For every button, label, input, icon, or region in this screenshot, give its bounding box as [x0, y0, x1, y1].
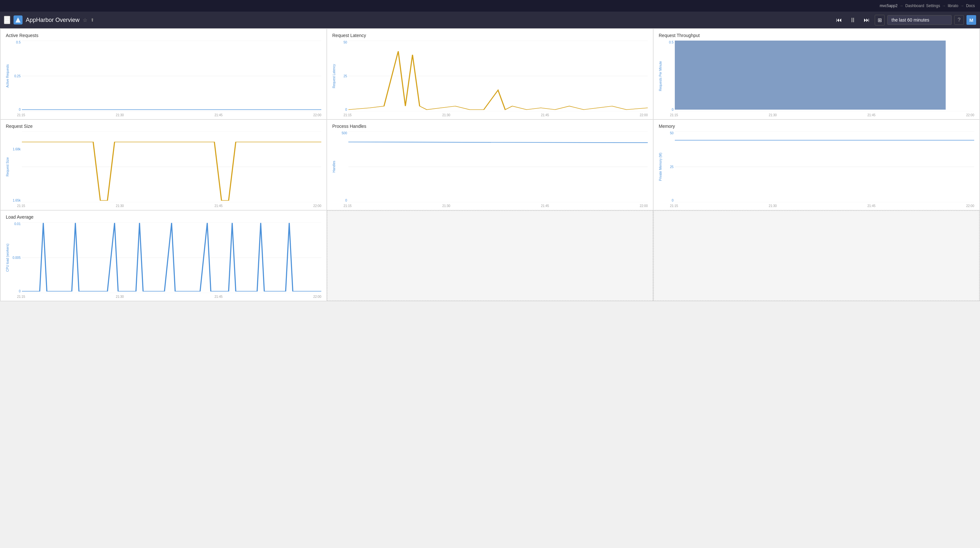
- active-requests-y-ticks: 0.5 0.25 0: [11, 41, 22, 112]
- active-requests-chart: 0.5 0.25 0 21:15 21:30 21:45 22:00: [11, 41, 321, 112]
- empty-panel-2: [327, 210, 653, 301]
- memory-title: Memory: [659, 124, 974, 129]
- memory-y-ticks: 50 25 0: [663, 131, 675, 202]
- request-size-title: Request Size: [6, 124, 321, 129]
- star-icon[interactable]: ☆: [83, 17, 87, 23]
- hamburger-button[interactable]: ☰: [4, 16, 10, 24]
- active-requests-panel: Active Requests Active Requests 0.5 0.25…: [1, 29, 326, 119]
- top-nav: mvc5app2 → Dashboard Settings → librato …: [0, 0, 980, 11]
- svg-marker-0: [16, 18, 21, 22]
- request-latency-y-ticks: 50 25 0: [337, 41, 348, 112]
- request-size-y-label: Request Size: [6, 131, 10, 202]
- process-handles-chart: 500 0 21:15 21:30 21:45 22:00: [337, 131, 648, 202]
- toolbar: ☰ AppHarbor Overview ☆ ⬆ ⏮ ⏸ ⏭ ⊞ ? M: [0, 11, 980, 28]
- request-throughput-title: Request Throughput: [659, 33, 974, 38]
- request-throughput-y-label: Requests Per Minute: [659, 41, 662, 112]
- request-latency-title: Request Latency: [332, 33, 648, 38]
- arrow2: →: [942, 3, 946, 8]
- memory-y-label: Private Memory (M): [659, 131, 662, 202]
- load-average-title: Load Average: [6, 214, 321, 220]
- request-size-chart: 1.68k 1.65k 21:15 21:30 21:45 22:00: [11, 131, 321, 202]
- request-size-x-labels: 21:15 21:30 21:45 22:00: [17, 204, 321, 208]
- empty-panel-3: [654, 210, 979, 301]
- docs-link[interactable]: Docs: [966, 3, 975, 8]
- load-average-panel: Load Average CPU load (workers) 0.01 0.0…: [1, 210, 326, 301]
- avatar[interactable]: M: [966, 15, 976, 25]
- memory-x-labels: 21:15 21:30 21:45 22:00: [670, 204, 974, 208]
- request-throughput-y-ticks: 0.5 0: [663, 41, 675, 112]
- memory-panel: Memory Private Memory (M) 50 25 0 21:15: [654, 120, 979, 210]
- pause-button[interactable]: ⏸: [847, 15, 859, 25]
- app-logo: [14, 16, 22, 24]
- request-throughput-x-labels: 21:15 21:30 21:45 22:00: [670, 113, 974, 117]
- rewind-button[interactable]: ⏮: [834, 16, 845, 25]
- process-handles-y-label: Handles: [332, 131, 336, 202]
- process-handles-y-ticks: 500 0: [337, 131, 348, 202]
- request-size-panel: Request Size Request Size 1.68k 1.65k 21…: [1, 120, 326, 210]
- help-button[interactable]: ?: [954, 15, 964, 25]
- calendar-button[interactable]: ⊞: [875, 15, 885, 25]
- dashboard-link[interactable]: Dashboard: [905, 3, 924, 8]
- load-average-x-labels: 21:15 21:30 21:45 22:00: [17, 295, 321, 298]
- app-instance[interactable]: mvc5app2: [880, 3, 897, 8]
- arrow3: →: [960, 3, 964, 8]
- load-average-y-label: CPU load (workers): [6, 222, 10, 293]
- request-latency-chart: 50 25 0 21:15 21:30 21:45 22:00: [337, 41, 648, 112]
- request-latency-x-labels: 21:15 21:30 21:45 22:00: [344, 113, 648, 117]
- librato-link[interactable]: librato: [948, 3, 958, 8]
- arrow1: →: [899, 3, 904, 8]
- active-requests-x-labels: 21:15 21:30 21:45 22:00: [17, 113, 321, 117]
- request-latency-panel: Request Latency Request Latency 50 25 0 …: [327, 29, 653, 119]
- app-title: AppHarbor Overview: [26, 17, 80, 24]
- share-icon[interactable]: ⬆: [91, 18, 94, 22]
- load-average-y-ticks: 0.01 0.005 0: [11, 222, 22, 293]
- process-handles-title: Process Handles: [332, 124, 648, 129]
- active-requests-title: Active Requests: [6, 33, 321, 38]
- request-latency-y-label: Request Latency: [332, 41, 336, 112]
- memory-chart: 50 25 0 21:15 21:30 21:45 22:00: [663, 131, 974, 202]
- request-throughput-chart: 0.5 0 21:15 21:30 21:45 22:00: [663, 41, 974, 112]
- load-average-chart: 0.01 0.005 0 21:15 21:30 21:45 22:00: [11, 222, 321, 293]
- time-range-input[interactable]: [887, 15, 952, 25]
- process-handles-x-labels: 21:15 21:30 21:45 22:00: [344, 204, 648, 208]
- request-size-y-ticks: 1.68k 1.65k: [11, 131, 22, 202]
- forward-button[interactable]: ⏭: [861, 16, 872, 25]
- request-throughput-panel: Request Throughput Requests Per Minute 0…: [654, 29, 979, 119]
- svg-rect-7: [675, 41, 945, 110]
- settings-link[interactable]: Settings: [926, 3, 940, 8]
- dashboard-grid: Active Requests Active Requests 0.5 0.25…: [0, 28, 980, 301]
- active-requests-y-label: Active Requests: [6, 41, 10, 112]
- process-handles-panel: Process Handles Handles 500 0 21:15: [327, 120, 653, 210]
